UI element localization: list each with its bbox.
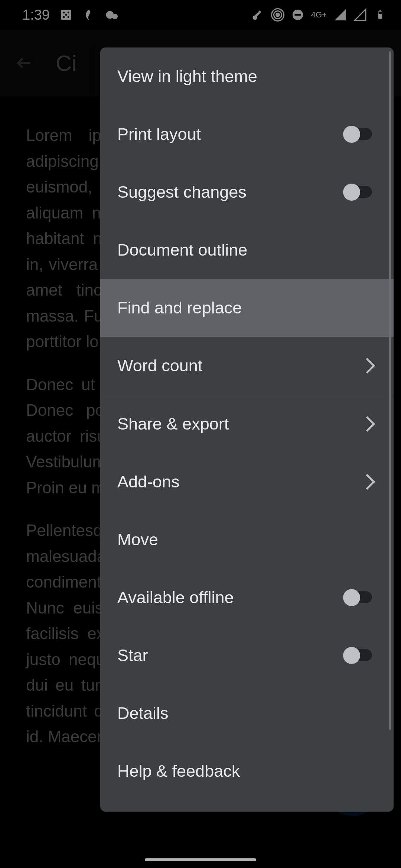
- menu-item-available-offline[interactable]: Available offline: [100, 569, 394, 627]
- menu-item-details[interactable]: Details: [100, 684, 394, 742]
- menu-label: View in light theme: [117, 67, 376, 86]
- menu-label: Find and replace: [117, 298, 376, 318]
- menu-label: Add-ons: [117, 472, 362, 491]
- chevron-right-icon: [359, 416, 375, 432]
- gesture-nav-bar[interactable]: [145, 858, 256, 861]
- menu-label: Document outline: [117, 240, 376, 260]
- available-offline-toggle[interactable]: [343, 589, 376, 606]
- menu-label: Details: [117, 704, 376, 723]
- toggle-thumb: [343, 184, 360, 201]
- print-layout-toggle[interactable]: [343, 126, 376, 143]
- menu-label: Print layout: [117, 125, 343, 144]
- menu-item-word-count[interactable]: Word count: [100, 337, 394, 395]
- menu-item-document-outline[interactable]: Document outline: [100, 221, 394, 279]
- menu-label: Available offline: [117, 588, 343, 607]
- menu-item-share-export[interactable]: Share & export: [100, 395, 394, 453]
- menu-label: Suggest changes: [117, 183, 343, 202]
- scrollbar[interactable]: [389, 51, 391, 730]
- star-toggle[interactable]: [343, 647, 376, 664]
- menu-item-star[interactable]: Star: [100, 627, 394, 684]
- toggle-thumb: [343, 647, 360, 664]
- menu-label: Word count: [117, 356, 362, 375]
- menu-item-add-ons[interactable]: Add-ons: [100, 453, 394, 511]
- menu-label: Share & export: [117, 414, 362, 434]
- overflow-menu: View in light theme Print layout Suggest…: [100, 47, 394, 812]
- menu-label: Star: [117, 646, 343, 665]
- menu-label: Move: [117, 530, 376, 549]
- chevron-right-icon: [359, 474, 375, 490]
- menu-item-find-replace[interactable]: Find and replace: [100, 279, 394, 337]
- menu-item-view-light-theme[interactable]: View in light theme: [100, 47, 394, 105]
- menu-item-suggest-changes[interactable]: Suggest changes: [100, 163, 394, 221]
- chevron-right-icon: [359, 358, 375, 374]
- menu-item-move[interactable]: Move: [100, 511, 394, 569]
- toggle-thumb: [343, 126, 360, 143]
- suggest-changes-toggle[interactable]: [343, 184, 376, 201]
- menu-label: Help & feedback: [117, 762, 376, 781]
- menu-item-help-feedback[interactable]: Help & feedback: [100, 742, 394, 800]
- menu-item-print-layout[interactable]: Print layout: [100, 105, 394, 163]
- toggle-thumb: [343, 589, 360, 606]
